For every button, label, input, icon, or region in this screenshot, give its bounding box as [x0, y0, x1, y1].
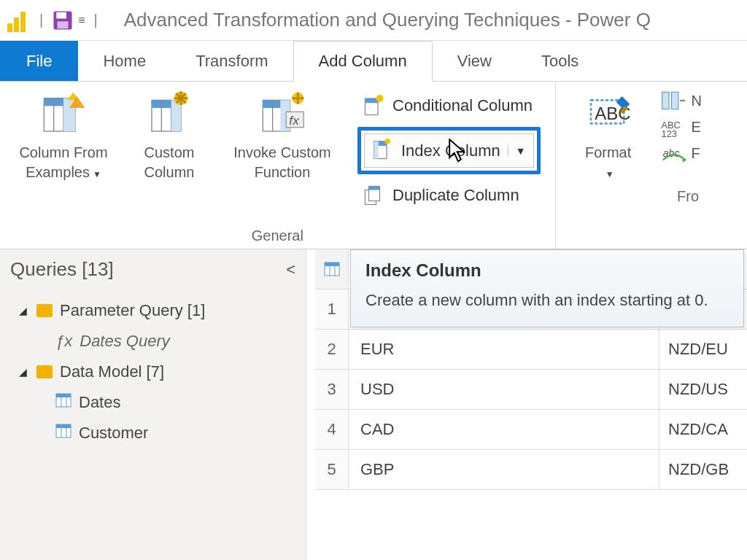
cell[interactable]: NZD/GB: [659, 450, 747, 489]
tree-item-dates-query[interactable]: ƒx Dates Query: [10, 326, 295, 357]
btn-label: Format: [585, 144, 631, 160]
cell[interactable]: NZD/CA: [659, 410, 747, 449]
tab-add-column[interactable]: Add Column: [293, 41, 433, 82]
svg-rect-1: [56, 12, 66, 18]
extract-button[interactable]: ABC123 E: [661, 117, 702, 137]
svg-rect-54: [56, 424, 71, 428]
cell[interactable]: CAD: [349, 410, 659, 449]
tab-tools[interactable]: Tools: [516, 41, 603, 81]
window-title: Advanced Transformation and Querying Tec…: [124, 9, 651, 31]
expand-icon: ◢: [19, 305, 29, 316]
cell[interactable]: EUR: [349, 330, 659, 369]
tab-view[interactable]: View: [433, 41, 516, 81]
column-from-examples-icon: [40, 90, 87, 137]
svg-rect-2: [58, 21, 69, 28]
conditional-column-icon: [363, 95, 385, 117]
parse-icon: abc: [661, 143, 687, 163]
tooltip-body: Create a new column with an index starti…: [365, 289, 729, 312]
btn-label: Invoke Custom Function: [223, 143, 341, 182]
btn-label: Custom Column: [128, 143, 210, 182]
side-label: F: [692, 145, 700, 162]
duplicate-column-button[interactable]: Duplicate Column: [357, 182, 541, 209]
row-number: 2: [315, 330, 349, 369]
fx-icon: ƒx: [55, 332, 72, 351]
extract-icon: ABC123: [661, 117, 687, 137]
save-icon: [52, 9, 74, 31]
ribbon-tabs: File Home Transform Add Column View Tool…: [0, 41, 747, 82]
queries-header: Queries [13] <: [10, 258, 295, 281]
queries-title: Queries [13]: [10, 258, 114, 281]
tree-group-data-model[interactable]: ◢ Data Model [7]: [10, 357, 295, 387]
row-number: 1: [315, 289, 349, 329]
custom-column-button[interactable]: Custom Column: [125, 88, 213, 225]
tree-label: Parameter Query [1]: [60, 301, 205, 320]
expand-icon: ◢: [19, 366, 29, 378]
conditional-column-button[interactable]: Conditional Column: [357, 92, 541, 120]
merge-columns-icon: [661, 90, 687, 111]
tooltip-index-column: Index Column Create a new column with an…: [350, 249, 744, 327]
table-row[interactable]: 5 GBP NZD/GB: [315, 450, 747, 490]
invoke-custom-function-button[interactable]: fx Invoke Custom Function: [220, 88, 344, 225]
side-label: N: [692, 93, 702, 109]
row-number: 4: [315, 410, 349, 449]
svg-rect-58: [325, 262, 339, 266]
ribbon-group-format: ABC Format▼ N ABC1: [556, 82, 711, 249]
merge-columns-button[interactable]: N: [661, 90, 702, 111]
svg-text:fx: fx: [289, 113, 300, 128]
separator: |: [94, 12, 98, 28]
svg-point-31: [376, 95, 384, 102]
column-from-examples-button[interactable]: Column From Examples▼: [9, 88, 118, 225]
tree-group-parameter-query[interactable]: ◢ Parameter Query [1]: [10, 295, 295, 326]
svg-rect-34: [374, 141, 379, 159]
btn-label: Conditional Column: [392, 96, 533, 115]
table-row[interactable]: 4 CAD NZD/CA: [315, 410, 747, 450]
app-logo-icon: [7, 9, 31, 32]
ribbon-group-general: Column From Examples▼ Custom Column: [0, 82, 556, 249]
cell[interactable]: NZD/EU: [659, 330, 747, 369]
svg-text:123: 123: [661, 128, 676, 137]
tab-file[interactable]: File: [0, 41, 78, 81]
svg-point-35: [385, 139, 391, 144]
table-icon: [324, 262, 340, 276]
tree-item-dates[interactable]: Dates: [10, 387, 295, 418]
tree-item-customer[interactable]: Customer: [10, 418, 295, 448]
collapse-panel-icon[interactable]: <: [286, 260, 295, 279]
table-icon: [55, 424, 71, 443]
grid-select-all[interactable]: [315, 249, 349, 289]
parse-button[interactable]: abc F: [661, 143, 702, 163]
cell[interactable]: USD: [349, 370, 659, 409]
quick-access-dropdown[interactable]: ≡: [78, 14, 85, 27]
row-number: 5: [315, 450, 349, 489]
chevron-down-icon[interactable]: ▼: [508, 145, 526, 157]
svg-marker-48: [682, 158, 686, 163]
table-icon: [55, 393, 71, 412]
table-row[interactable]: 2 EUR NZD/EU: [315, 330, 747, 370]
chevron-down-icon: ▼: [93, 169, 101, 179]
index-column-button[interactable]: Index Column ▼: [364, 133, 534, 168]
tree-label: Data Model [7]: [60, 362, 164, 381]
separator: |: [39, 12, 43, 28]
format-button[interactable]: ABC Format▼: [565, 88, 652, 185]
tree-label: Customer: [79, 424, 148, 443]
lower-area: Queries [13] < ◢ Parameter Query [1] ƒx …: [0, 249, 747, 560]
save-button[interactable]: [52, 9, 74, 31]
group-label-from: Fro: [565, 185, 702, 206]
tab-transform[interactable]: Transform: [171, 41, 293, 81]
cell[interactable]: GBP: [349, 450, 659, 489]
queries-panel: Queries [13] < ◢ Parameter Query [1] ƒx …: [0, 249, 306, 560]
side-label: E: [692, 119, 701, 136]
group-label-general: General: [9, 225, 546, 246]
tooltip-title: Index Column: [365, 260, 729, 281]
cell[interactable]: NZD/US: [659, 370, 747, 409]
svg-rect-43: [662, 92, 668, 109]
table-row[interactable]: 3 USD NZD/US: [315, 370, 747, 410]
folder-icon: [36, 304, 53, 317]
svg-rect-50: [56, 394, 71, 397]
ribbon-mid-group: Conditional Column Index Column ▼: [352, 88, 546, 225]
tab-home[interactable]: Home: [78, 41, 171, 81]
index-column-icon: [372, 139, 394, 163]
invoke-custom-function-icon: fx: [259, 90, 306, 137]
custom-column-icon: [146, 90, 193, 137]
folder-icon: [36, 365, 53, 378]
title-bar: | ≡ | Advanced Transformation and Queryi…: [0, 0, 747, 41]
